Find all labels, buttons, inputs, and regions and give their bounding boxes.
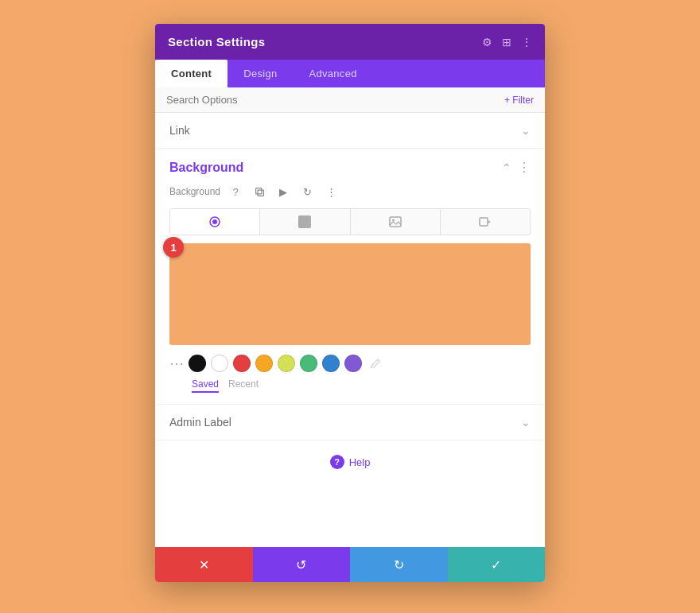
modal-header: Section Settings ⚙ ⊞ ⋮ xyxy=(155,24,545,60)
swatch-blue[interactable] xyxy=(322,355,340,372)
swatch-white[interactable] xyxy=(211,355,228,372)
background-controls-row: Background ? ▶ ↻ ⋮ xyxy=(169,183,531,200)
background-controls-label: Background xyxy=(169,186,220,197)
modal-header-icons: ⚙ ⊞ ⋮ xyxy=(482,36,532,48)
background-section: Background ⌃ ⋮ Background ? ▶ ↻ ⋮ xyxy=(155,149,545,405)
background-type-tabs xyxy=(169,208,531,235)
modal-spacer xyxy=(155,483,545,547)
search-input[interactable] xyxy=(166,94,504,106)
background-title: Background xyxy=(169,161,243,175)
svg-point-3 xyxy=(212,219,217,224)
svg-point-6 xyxy=(392,219,395,222)
svg-rect-7 xyxy=(480,218,488,226)
redo-button[interactable]: ↻ xyxy=(350,547,448,582)
svg-rect-5 xyxy=(390,217,401,227)
saved-tab[interactable]: Saved xyxy=(192,378,219,393)
color-preview-container: 1 xyxy=(169,243,531,345)
bg-type-image[interactable] xyxy=(351,209,441,235)
background-options-icon[interactable]: ⋮ xyxy=(322,183,340,200)
link-label: Link xyxy=(169,124,190,137)
modal-title: Section Settings xyxy=(168,35,265,48)
section-settings-modal: Section Settings ⚙ ⊞ ⋮ Content Design Ad… xyxy=(155,24,545,582)
background-cursor-icon[interactable]: ▶ xyxy=(274,183,292,200)
tab-content[interactable]: Content xyxy=(155,60,228,87)
svg-rect-4 xyxy=(298,215,311,228)
reset-button[interactable]: ↺ xyxy=(253,547,351,582)
background-copy-icon[interactable] xyxy=(251,183,268,200)
layer-badge: 1 xyxy=(163,237,184,258)
color-swatches-row: ⋯ xyxy=(169,355,531,372)
tab-design[interactable]: Design xyxy=(228,60,293,87)
admin-label-text: Admin Label xyxy=(169,416,231,429)
link-section-row[interactable]: Link ⌄ xyxy=(155,113,545,149)
swatch-orange[interactable] xyxy=(255,355,273,372)
help-button[interactable]: ? Help xyxy=(330,455,371,469)
help-row: ? Help xyxy=(155,440,545,483)
help-circle-icon: ? xyxy=(330,455,344,469)
background-help-icon[interactable]: ? xyxy=(227,183,244,200)
background-collapse-icon[interactable]: ⌃ xyxy=(502,161,511,174)
more-swatches-button[interactable]: ⋯ xyxy=(169,356,184,371)
filter-button[interactable]: + Filter xyxy=(504,95,534,106)
recent-tab[interactable]: Recent xyxy=(228,378,259,393)
search-bar: + Filter xyxy=(155,87,545,113)
custom-color-button[interactable] xyxy=(367,355,384,372)
admin-label-chevron-icon: ⌄ xyxy=(521,416,531,429)
settings-icon[interactable]: ⚙ xyxy=(482,36,492,48)
modal-body: Link ⌄ Background ⌃ ⋮ Background ? ▶ xyxy=(155,113,545,547)
modal-footer: ✕ ↺ ↻ ✓ xyxy=(155,547,545,582)
help-label: Help xyxy=(349,456,371,468)
background-header-right: ⌃ ⋮ xyxy=(502,160,531,175)
more-icon[interactable]: ⋮ xyxy=(521,36,532,48)
saved-recent-tabs: Saved Recent xyxy=(169,377,531,393)
background-section-header: Background ⌃ ⋮ xyxy=(169,160,531,175)
link-chevron-icon: ⌄ xyxy=(521,124,531,137)
svg-rect-0 xyxy=(258,190,263,196)
background-reset-icon[interactable]: ↻ xyxy=(298,183,316,200)
columns-icon[interactable]: ⊞ xyxy=(502,36,511,48)
tab-bar: Content Design Advanced xyxy=(155,60,545,87)
background-more-icon[interactable]: ⋮ xyxy=(518,160,531,175)
color-preview[interactable] xyxy=(169,243,531,345)
svg-rect-1 xyxy=(255,188,261,193)
tab-advanced[interactable]: Advanced xyxy=(293,60,372,87)
swatch-yellow[interactable] xyxy=(278,355,295,372)
swatch-red[interactable] xyxy=(233,355,251,372)
bg-type-gradient[interactable] xyxy=(260,209,350,235)
swatch-black[interactable] xyxy=(189,355,206,372)
cancel-button[interactable]: ✕ xyxy=(155,547,253,582)
bg-type-video[interactable] xyxy=(441,209,530,235)
admin-label-row[interactable]: Admin Label ⌄ xyxy=(155,405,545,440)
bg-type-color[interactable] xyxy=(170,209,260,235)
confirm-button[interactable]: ✓ xyxy=(448,547,546,582)
svg-marker-8 xyxy=(488,220,491,223)
swatch-green[interactable] xyxy=(300,355,317,372)
swatch-purple[interactable] xyxy=(344,355,362,372)
